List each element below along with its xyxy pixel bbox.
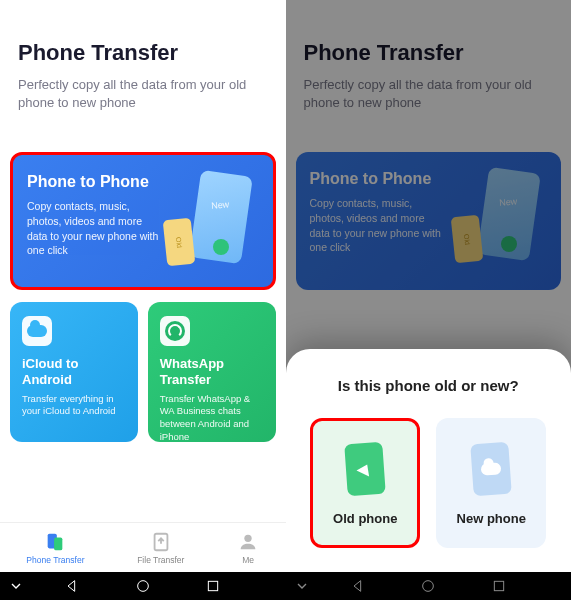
old-phone-icon: [339, 441, 391, 497]
icloud-to-android-card[interactable]: iCloud to Android Transfer everything in…: [10, 302, 138, 442]
tab-phone-transfer[interactable]: Phone Transfer: [26, 531, 84, 565]
svg-point-6: [423, 581, 434, 592]
home-icon[interactable]: [420, 578, 436, 594]
svg-rect-7: [494, 581, 503, 590]
back-icon[interactable]: [350, 578, 366, 594]
sheet-question: Is this phone old or new?: [304, 377, 554, 394]
hero-desc: Copy contacts, music, photos, videos and…: [27, 199, 161, 258]
page-title: Phone Transfer: [304, 40, 554, 66]
svg-rect-1: [54, 537, 62, 550]
bottom-sheet: Is this phone old or new? Old phone New …: [286, 349, 572, 572]
tab-label: File Transfer: [137, 555, 184, 565]
home-icon[interactable]: [135, 578, 151, 594]
left-screen: Phone Transfer Perfectly copy all the da…: [0, 0, 286, 600]
new-phone-icon: [465, 441, 517, 497]
me-icon: [237, 531, 259, 553]
tab-bar: Phone Transfer File Transfer Me: [0, 522, 286, 572]
page-subtitle: Perfectly copy all the data from your ol…: [18, 76, 268, 112]
icloud-title: iCloud to Android: [22, 356, 126, 387]
choice-row: Old phone New phone: [304, 418, 554, 548]
right-screen: Phone Transfer Perfectly copy all the da…: [286, 0, 572, 600]
whatsapp-icon: [160, 316, 190, 346]
tab-file-transfer[interactable]: File Transfer: [137, 531, 184, 565]
chevron-down-icon[interactable]: [8, 578, 24, 594]
chevron-down-icon[interactable]: [294, 578, 310, 594]
whatsapp-title: WhatsApp Transfer: [160, 356, 264, 387]
recent-icon[interactable]: [205, 578, 221, 594]
choice-label: New phone: [457, 511, 526, 526]
svg-rect-5: [208, 581, 217, 590]
hero-desc: Copy contacts, music, photos, videos and…: [310, 196, 448, 255]
android-navbar: [0, 572, 286, 600]
tab-label: Phone Transfer: [26, 555, 84, 565]
cards-container: Phone to Phone Copy contacts, music, pho…: [286, 128, 572, 290]
tab-label: Me: [242, 555, 254, 565]
recent-icon[interactable]: [491, 578, 507, 594]
tab-me[interactable]: Me: [237, 531, 259, 565]
page-title: Phone Transfer: [18, 40, 268, 66]
svg-point-4: [137, 581, 148, 592]
new-phone-button[interactable]: New phone: [436, 418, 546, 548]
page-subtitle: Perfectly copy all the data from your ol…: [304, 76, 554, 112]
phone-to-phone-card[interactable]: Phone to Phone Copy contacts, music, pho…: [10, 152, 276, 290]
phone-illustration: New Old: [453, 170, 553, 270]
whatsapp-desc: Transfer WhatsApp & WA Business chats be…: [160, 393, 264, 444]
cards-container: Phone to Phone Copy contacts, music, pho…: [0, 128, 286, 442]
secondary-cards: iCloud to Android Transfer everything in…: [10, 302, 276, 442]
back-icon[interactable]: [64, 578, 80, 594]
phone-transfer-icon: [44, 531, 66, 553]
icloud-desc: Transfer everything in your iCloud to An…: [22, 393, 126, 419]
svg-point-3: [244, 534, 251, 541]
header: Phone Transfer Perfectly copy all the da…: [0, 0, 286, 128]
choice-label: Old phone: [333, 511, 397, 526]
header: Phone Transfer Perfectly copy all the da…: [286, 0, 572, 128]
phone-illustration: New Old: [165, 173, 265, 273]
old-phone-button[interactable]: Old phone: [310, 418, 420, 548]
file-transfer-icon: [150, 531, 172, 553]
android-navbar: [286, 572, 572, 600]
whatsapp-transfer-card[interactable]: WhatsApp Transfer Transfer WhatsApp & WA…: [148, 302, 276, 442]
phone-to-phone-card: Phone to Phone Copy contacts, music, pho…: [296, 152, 562, 290]
cloud-icon: [22, 316, 52, 346]
